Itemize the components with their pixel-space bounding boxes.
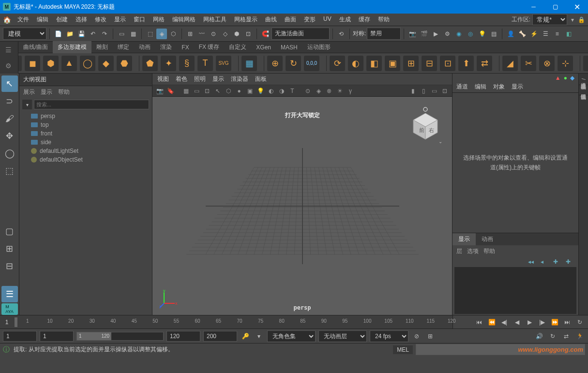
shelf-tab-9[interactable]: XGen bbox=[251, 42, 276, 53]
menu-修改[interactable]: 修改 bbox=[91, 15, 110, 24]
layer-menu-帮助[interactable]: 帮助 bbox=[483, 247, 495, 255]
menu-帮助[interactable]: 帮助 bbox=[374, 15, 393, 24]
shelf-cube-icon[interactable]: ◼ bbox=[25, 56, 40, 71]
vp-bookmark-icon[interactable]: 🔖 bbox=[166, 87, 175, 95]
vp-shadows-icon[interactable]: ◐ bbox=[267, 87, 275, 95]
select-by-object-icon[interactable]: ◈ bbox=[156, 29, 167, 39]
axis-x-icon[interactable]: ▲ bbox=[555, 75, 561, 80]
range-slider-bar[interactable]: 1120 bbox=[76, 332, 164, 341]
play-back-icon[interactable]: ◀ bbox=[512, 317, 522, 327]
shelf-type-icon[interactable]: T bbox=[197, 56, 213, 71]
shelf-multicut-icon[interactable]: ✂ bbox=[521, 56, 536, 71]
shelf-tab-0[interactable]: 曲线/曲面 bbox=[18, 41, 53, 53]
workspace-options-icon[interactable]: ▾ bbox=[569, 16, 576, 23]
range-end-field[interactable] bbox=[203, 331, 237, 342]
step-back-icon[interactable]: ◀| bbox=[499, 317, 510, 327]
anim-layer-select[interactable]: 无动画层 bbox=[318, 330, 367, 342]
vp-toggle3-icon[interactable]: ▭ bbox=[430, 87, 438, 95]
menu-缓存[interactable]: 缓存 bbox=[355, 15, 374, 24]
ipr-render-icon[interactable]: ▶ bbox=[430, 29, 441, 39]
vp-menu-照明[interactable]: 照明 bbox=[194, 75, 206, 83]
save-scene-icon[interactable]: 💾 bbox=[76, 29, 87, 39]
side-tab-0[interactable]: 通道盒/层编辑器 bbox=[579, 74, 588, 85]
shelf-sweep-icon[interactable]: ⊕ bbox=[267, 56, 283, 71]
range-start-visible-field[interactable] bbox=[40, 331, 74, 342]
step-fwd-key-icon[interactable]: ⏩ bbox=[549, 317, 560, 327]
layout-single-icon[interactable]: ▢ bbox=[1, 223, 18, 239]
close-button[interactable]: ✕ bbox=[566, 0, 588, 14]
vp-gate-icon[interactable]: ▭ bbox=[192, 87, 201, 95]
select-mode-component-icon[interactable]: ▦ bbox=[128, 29, 138, 39]
viewport-3d[interactable]: 打开大写锁定 前 右 ⌄ bbox=[152, 97, 452, 315]
render-sequence-icon[interactable]: ◉ bbox=[453, 29, 464, 39]
vp-exposure-icon[interactable]: ☀ bbox=[335, 87, 344, 95]
outliner-menu-展示[interactable]: 展示 bbox=[23, 88, 35, 96]
shelf-menu-icon[interactable]: ☰ bbox=[5, 46, 13, 54]
shelf-connect-icon[interactable]: ⊹ bbox=[558, 56, 573, 71]
shelf-union-icon[interactable]: ⊞ bbox=[403, 56, 419, 71]
outliner-toggle-icon[interactable]: ☰ bbox=[1, 286, 18, 302]
select-by-hierarchy-icon[interactable]: ⬚ bbox=[145, 29, 155, 39]
auto-key-icon[interactable]: ⊘ bbox=[411, 331, 422, 342]
vp-textured-icon[interactable]: ▣ bbox=[245, 87, 254, 95]
shelf-cylinder-icon[interactable]: ⬢ bbox=[43, 56, 59, 71]
vp-shaded-icon[interactable]: ● bbox=[235, 87, 243, 95]
shelf-torus-icon[interactable]: ◯ bbox=[80, 56, 95, 71]
menu-网格[interactable]: 网格 bbox=[149, 15, 168, 24]
cached-playback-icon[interactable]: ↻ bbox=[547, 331, 558, 342]
undo-icon[interactable]: ↶ bbox=[88, 29, 98, 39]
shelf-freeze-icon[interactable]: 0,0,0 bbox=[304, 56, 319, 71]
graph-editor-icon[interactable]: ≡ bbox=[552, 29, 562, 39]
shelf-gear-icon[interactable]: ⚙ bbox=[5, 62, 13, 70]
menu-曲面[interactable]: 曲面 bbox=[281, 15, 300, 24]
shelf-disc-icon[interactable]: ⬣ bbox=[117, 56, 132, 71]
menu-创建[interactable]: 创建 bbox=[52, 15, 72, 24]
select-by-component-icon[interactable]: ⬡ bbox=[168, 29, 179, 39]
shelf-revolve-icon[interactable]: ↻ bbox=[286, 56, 301, 71]
light-editor-icon[interactable]: 💡 bbox=[477, 29, 487, 39]
channel-tab-编辑[interactable]: 编辑 bbox=[475, 83, 486, 91]
humanik-icon[interactable]: 🦴 bbox=[517, 29, 528, 39]
go-end-icon[interactable]: ⏭ bbox=[562, 317, 573, 327]
audio-icon[interactable]: 🔊 bbox=[534, 331, 544, 342]
home-icon[interactable]: 🏠 bbox=[0, 16, 14, 24]
menu-编辑网格[interactable]: 编辑网格 bbox=[168, 15, 199, 24]
select-tool[interactable]: ↖ bbox=[1, 75, 18, 92]
vp-isolate-icon[interactable]: ⊙ bbox=[303, 87, 312, 95]
vp-menu-渲染器[interactable]: 渲染器 bbox=[231, 75, 248, 83]
menu-文件[interactable]: 文件 bbox=[14, 15, 33, 24]
quick-rig-icon[interactable]: ⚡ bbox=[528, 29, 539, 39]
step-back-key-icon[interactable]: ⏪ bbox=[486, 317, 497, 327]
snap-point-icon[interactable]: ⊙ bbox=[208, 29, 219, 39]
xray-joints-icon[interactable]: 👤 bbox=[505, 29, 516, 39]
pose-editor-icon[interactable]: ☰ bbox=[540, 29, 551, 39]
vp-xray-icon[interactable]: ◈ bbox=[314, 87, 323, 95]
vp-grid-icon[interactable]: ▦ bbox=[181, 87, 190, 95]
snap-curve-icon[interactable]: 〰 bbox=[196, 29, 207, 39]
menu-曲线[interactable]: 曲线 bbox=[261, 15, 281, 24]
snap-view-icon[interactable]: ⊡ bbox=[243, 29, 254, 39]
shelf-difference-icon[interactable]: ⊟ bbox=[422, 56, 437, 71]
vp-resolution-icon[interactable]: ⊡ bbox=[203, 87, 211, 95]
shelf-separate-icon[interactable]: ◧ bbox=[366, 56, 382, 71]
new-scene-icon[interactable]: 📄 bbox=[53, 29, 63, 39]
history-icon[interactable]: ⟲ bbox=[336, 29, 347, 39]
shelf-target-weld-icon[interactable]: ⊗ bbox=[539, 56, 555, 71]
vp-toggle1-icon[interactable]: ▮ bbox=[408, 87, 417, 95]
key-menu-icon[interactable]: ▾ bbox=[254, 331, 264, 342]
play-fwd-icon[interactable]: ▶ bbox=[524, 317, 535, 327]
vp-menu-显示[interactable]: 显示 bbox=[212, 75, 224, 83]
go-start-icon[interactable]: ⏮ bbox=[474, 317, 484, 327]
snap-plane-icon[interactable]: ◇ bbox=[220, 29, 230, 39]
lasso-tool[interactable]: ⊃ bbox=[1, 93, 18, 109]
redo-icon[interactable]: ↷ bbox=[99, 29, 110, 39]
layer-menu-层[interactable]: 层 bbox=[456, 247, 462, 255]
layer-new-selected-icon[interactable]: ✚ bbox=[566, 258, 574, 265]
paint-tool[interactable]: 🖌 bbox=[1, 110, 18, 127]
vp-select-icon[interactable]: ↖ bbox=[213, 87, 222, 95]
shelf-mirror-icon[interactable]: ⟳ bbox=[330, 56, 345, 71]
menu-窗口[interactable]: 窗口 bbox=[130, 15, 149, 24]
shelf-content-browser-icon[interactable]: ▦ bbox=[241, 56, 257, 71]
workspace-select[interactable]: 常规* bbox=[532, 14, 567, 25]
outliner-menu-显示[interactable]: 显示 bbox=[41, 88, 52, 96]
